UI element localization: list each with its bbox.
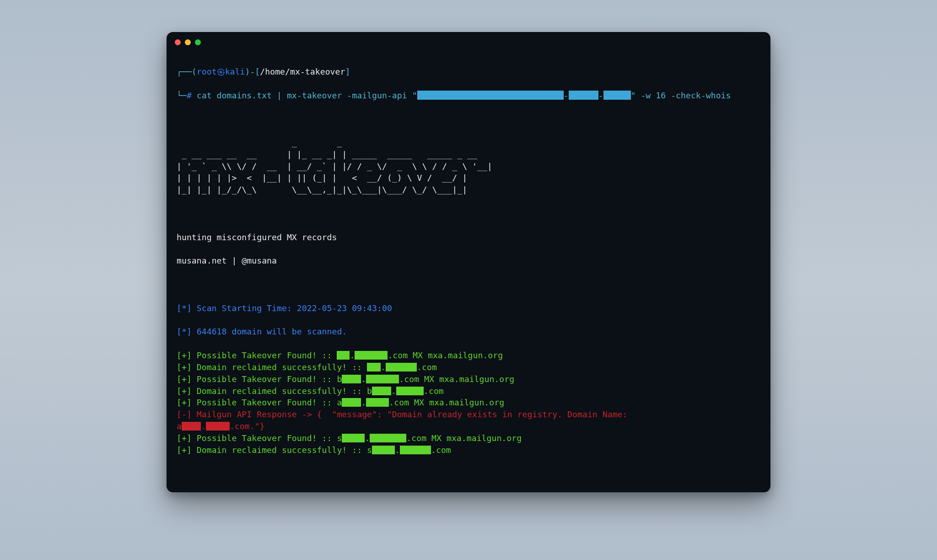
info-line-2: [*] 644618 domain will be scanned. xyxy=(177,326,760,338)
result-marker: [+] xyxy=(177,386,197,396)
domain-dot: . xyxy=(391,386,396,396)
domain-redacted-segment xyxy=(337,351,350,360)
domain-redacted-segment xyxy=(370,434,406,442)
takeover-found-label: Possible Takeover Found! :: xyxy=(197,398,337,407)
result-suffix: .com MX mxa.mailgun.org xyxy=(388,350,503,360)
takeover-found-label: Possible Takeover Found! :: xyxy=(197,433,337,443)
result-line: [+] Domain reclaimed successfully! :: s.… xyxy=(177,444,760,456)
domain-redacted-segment xyxy=(367,363,381,372)
domain-prefix: s xyxy=(367,445,372,455)
domain-prefix: b xyxy=(337,374,342,384)
domain-dot: . xyxy=(395,445,400,455)
info-marker: [*] xyxy=(177,303,197,313)
prompt-hash: # xyxy=(187,91,197,100)
result-marker: [+] xyxy=(177,362,197,372)
command-text: cat domains.txt | mx-takeover -mailgun-a… xyxy=(197,91,417,100)
api-key-dash: - xyxy=(598,91,603,100)
reclaim-ok-label: Domain reclaimed successfully! :: xyxy=(197,445,367,455)
domain-redacted-segment xyxy=(182,422,201,431)
blank-line xyxy=(177,208,760,220)
prompt-line-2: └─# cat domains.txt | mx-takeover -mailg… xyxy=(177,90,760,102)
result-suffix: .com xyxy=(431,445,451,455)
api-key-redacted-segment xyxy=(569,91,598,99)
terminal-window: ┌──(root㉿kali)-[/home/mx-takeover] └─# c… xyxy=(167,32,770,492)
info-marker: [*] xyxy=(177,327,197,336)
domain-redacted-segment xyxy=(206,422,230,431)
result-suffix: .com xyxy=(424,386,444,396)
result-marker: [+] xyxy=(177,350,197,360)
prompt-branch-open: ┌──( xyxy=(177,67,197,76)
scan-start-time: Scan Starting Time: 2022-05-23 09:43:00 xyxy=(197,303,392,313)
domain-redacted-segment xyxy=(372,446,395,454)
result-line-cont: a..com."} xyxy=(177,420,760,432)
result-suffix: .com MX mxa.mailgun.org xyxy=(399,374,514,384)
reclaim-ok-label: Domain reclaimed successfully! :: xyxy=(197,386,367,396)
domain-redacted-segment xyxy=(386,363,417,372)
prompt-at-icon: ㉿ xyxy=(217,67,225,76)
result-marker: [+] xyxy=(177,433,197,443)
domain-dot: . xyxy=(350,350,355,360)
domain-dot: . xyxy=(381,362,386,372)
result-line: [+] Domain reclaimed successfully! :: b.… xyxy=(177,385,760,397)
domain-redacted-segment xyxy=(372,387,391,395)
scan-count: 644618 domain will be scanned. xyxy=(197,327,347,336)
domain-dot: . xyxy=(361,374,366,384)
result-marker: [+] xyxy=(177,398,197,407)
takeover-found-label: Possible Takeover Found! :: xyxy=(197,350,337,360)
tagline-1: hunting misconfigured MX records xyxy=(177,232,760,243)
prompt-cwd: /home/mx-takeover xyxy=(260,67,345,76)
prompt-user: root xyxy=(197,67,217,76)
prompt-line-1: ┌──(root㉿kali)-[/home/mx-takeover] xyxy=(177,66,760,78)
blank-line xyxy=(177,113,760,125)
results-block: [+] Possible Takeover Found! :: ..com MX… xyxy=(177,350,760,456)
result-line: [+] Possible Takeover Found! :: s..com M… xyxy=(177,432,760,444)
error-message-text: Mailgun API Response -> { "message": "Do… xyxy=(197,409,633,419)
takeover-found-label: Possible Takeover Found! :: xyxy=(197,374,337,384)
maximize-icon[interactable] xyxy=(195,39,201,45)
result-line: [+] Possible Takeover Found! :: a..com M… xyxy=(177,397,760,409)
flag-workers: -w 16 xyxy=(641,91,671,100)
close-icon[interactable] xyxy=(175,39,181,45)
domain-redacted-segment xyxy=(400,446,431,454)
prompt-sep: )-[ xyxy=(245,67,260,76)
result-marker: [+] xyxy=(177,445,197,455)
domain-redacted-segment xyxy=(396,387,424,395)
minimize-icon[interactable] xyxy=(185,39,191,45)
domain-dot: . xyxy=(361,398,366,407)
result-suffix: .com MX mxa.mailgun.org xyxy=(389,398,504,407)
result-suffix: .com xyxy=(417,362,437,372)
command-quote-close: " xyxy=(631,91,641,100)
error-suffix: .com."} xyxy=(230,421,265,431)
tagline-2: musana.net | @musana xyxy=(177,255,760,267)
domain-redacted-segment xyxy=(342,434,365,442)
ascii-art-banner: _ _ _ __ ___ __ __ | |_ __ _| | _____ __… xyxy=(177,137,760,196)
prompt-branch-end: └─ xyxy=(177,91,187,100)
titlebar xyxy=(167,32,770,52)
domain-redacted-segment xyxy=(342,375,361,383)
result-suffix: .com MX mxa.mailgun.org xyxy=(406,433,522,443)
result-marker: [-] xyxy=(177,409,197,419)
prompt-bracket-close: ] xyxy=(345,67,350,76)
result-line: [-] Mailgun API Response -> { "message":… xyxy=(177,409,760,420)
domain-redacted-segment xyxy=(366,375,399,383)
reclaim-ok-label: Domain reclaimed successfully! :: xyxy=(197,362,367,372)
result-line: [+] Possible Takeover Found! :: b..com M… xyxy=(177,373,760,385)
result-line: [+] Possible Takeover Found! :: ..com MX… xyxy=(177,350,760,361)
domain-dot: . xyxy=(365,433,370,443)
domain-prefix: b xyxy=(367,386,372,396)
info-line-1: [*] Scan Starting Time: 2022-05-23 09:43… xyxy=(177,302,760,314)
blank-line xyxy=(177,279,760,291)
domain-redacted-segment xyxy=(355,351,388,360)
domain-redacted-segment xyxy=(366,398,389,407)
api-key-dash: - xyxy=(564,91,569,100)
api-key-redacted-segment xyxy=(603,91,631,99)
domain-redacted-segment xyxy=(342,398,361,407)
terminal-body[interactable]: ┌──(root㉿kali)-[/home/mx-takeover] └─# c… xyxy=(167,52,770,479)
domain-prefix: a xyxy=(177,421,182,431)
result-line: [+] Domain reclaimed successfully! :: ..… xyxy=(177,361,760,373)
flag-check-whois: -check-whois xyxy=(671,91,731,100)
domain-prefix: s xyxy=(337,433,342,443)
prompt-host: kali xyxy=(225,67,245,76)
domain-dot: . xyxy=(201,421,206,431)
api-key-redacted-segment xyxy=(417,91,564,99)
